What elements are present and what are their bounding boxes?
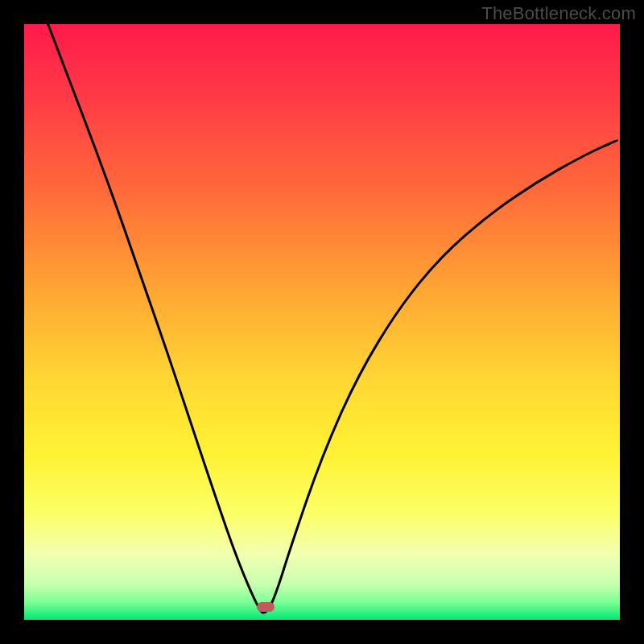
- bottleneck-curve: [24, 24, 620, 620]
- optimum-marker: [257, 602, 275, 612]
- plot-area: [24, 24, 620, 620]
- chart-root: TheBottleneck.com: [0, 0, 644, 644]
- watermark-text: TheBottleneck.com: [481, 3, 636, 24]
